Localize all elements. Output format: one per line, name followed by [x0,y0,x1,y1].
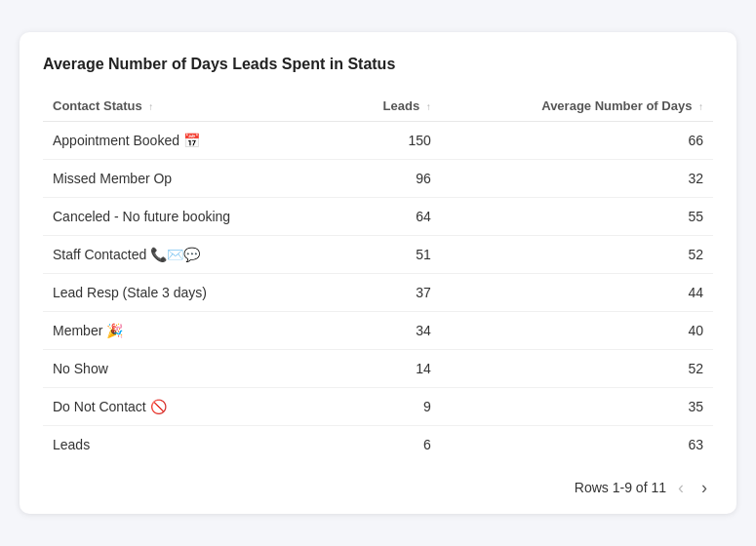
report-card: Average Number of Days Leads Spent in St… [20,32,736,514]
next-icon: › [701,479,707,496]
cell-avg-days: 32 [441,160,713,198]
card-title: Average Number of Days Leads Spent in St… [43,56,713,73]
cell-leads: 34 [339,312,441,350]
table-row: Do Not Contact 🚫935 [43,388,713,426]
cell-leads: 9 [339,388,441,426]
cell-avg-days: 66 [441,122,713,160]
cell-avg-days: 63 [441,426,713,464]
cell-leads: 37 [339,274,441,312]
col-avg-days[interactable]: Average Number of Days ↑ [441,91,713,122]
cell-status: Lead Resp (Stale 3 days) [43,274,339,312]
table-row: Member 🎉3440 [43,312,713,350]
pagination: Rows 1-9 of 11 ‹ › [43,477,713,498]
cell-status: Member 🎉 [43,312,339,350]
table-row: Canceled - No future booking6455 [43,198,713,236]
cell-leads: 64 [339,198,441,236]
table-row: Leads663 [43,426,713,464]
sort-icon-avg-days: ↑ [698,101,703,112]
table-row: Lead Resp (Stale 3 days)3744 [43,274,713,312]
cell-status: Leads [43,426,339,464]
cell-status: No Show [43,350,339,388]
cell-status: Appointment Booked 📅 [43,122,339,160]
cell-leads: 96 [339,160,441,198]
table-row: Appointment Booked 📅15066 [43,122,713,160]
cell-avg-days: 52 [441,236,713,274]
cell-avg-days: 44 [441,274,713,312]
cell-status: Missed Member Op [43,160,339,198]
col-label-avg-days: Average Number of Days [541,98,692,113]
cell-avg-days: 35 [441,388,713,426]
cell-status: Do Not Contact 🚫 [43,388,339,426]
prev-icon: ‹ [678,479,684,496]
col-contact-status[interactable]: Contact Status ↑ [43,91,339,122]
table-row: No Show1452 [43,350,713,388]
pagination-info: Rows 1-9 of 11 [575,480,666,495]
table-row: Missed Member Op9632 [43,160,713,198]
data-table: Contact Status ↑ Leads ↑ Average Number … [43,91,713,463]
cell-leads: 6 [339,426,441,464]
cell-avg-days: 55 [441,198,713,236]
col-label-leads: Leads [383,98,420,113]
col-label-contact-status: Contact Status [53,98,142,113]
cell-avg-days: 52 [441,350,713,388]
cell-leads: 150 [339,122,441,160]
sort-icon-contact-status: ↑ [148,101,153,112]
cell-leads: 51 [339,236,441,274]
next-page-button[interactable]: › [696,477,713,498]
cell-status: Staff Contacted 📞✉️💬 [43,236,339,274]
cell-status: Canceled - No future booking [43,198,339,236]
cell-leads: 14 [339,350,441,388]
sort-icon-leads: ↑ [426,101,431,112]
col-leads[interactable]: Leads ↑ [339,91,441,122]
prev-page-button[interactable]: ‹ [672,477,690,498]
cell-avg-days: 40 [441,312,713,350]
table-row: Staff Contacted 📞✉️💬5152 [43,236,713,274]
